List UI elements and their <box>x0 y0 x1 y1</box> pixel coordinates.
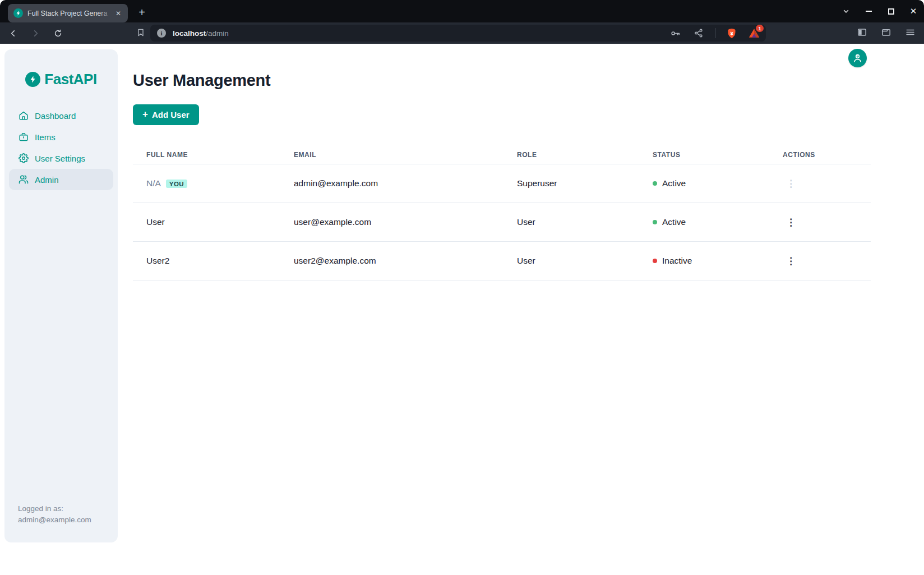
users-table: FULL NAME EMAIL ROLE STATUS ACTIONS N/A … <box>133 145 871 280</box>
reload-button[interactable] <box>50 26 65 40</box>
logged-in-label: Logged in as: <box>18 503 91 514</box>
col-header-full-name: FULL NAME <box>133 151 280 159</box>
logged-in-footer: Logged in as: admin@example.com <box>18 503 91 526</box>
window-minimize-button[interactable] <box>863 6 874 16</box>
cell-role: User <box>503 256 639 266</box>
cell-full-name: N/A YOU <box>133 178 280 188</box>
cell-actions: ⋮ <box>769 178 871 190</box>
you-badge: YOU <box>166 180 187 188</box>
gear-icon <box>19 153 29 163</box>
sidebar-item-label: Admin <box>35 175 59 185</box>
browser-titlebar: Full Stack Project Genera ✕ + ✕ <box>0 0 924 22</box>
site-info-icon[interactable]: i <box>157 29 166 38</box>
col-header-role: ROLE <box>503 151 639 159</box>
sidebar-item-user-settings[interactable]: User Settings <box>9 148 113 169</box>
cell-actions: ⋮ <box>769 217 871 228</box>
sidebar-item-items[interactable]: Items <box>9 126 113 148</box>
cell-status: Active <box>639 217 769 227</box>
url-text[interactable]: localhost/admin <box>173 29 668 38</box>
status-dot <box>653 181 657 186</box>
table-header-row: FULL NAME EMAIL ROLE STATUS ACTIONS <box>133 145 871 164</box>
sidebar-item-admin[interactable]: Admin <box>9 169 113 190</box>
brave-shield-icon[interactable] <box>724 26 739 40</box>
main-content: User Management + Add User FULL NAME EMA… <box>133 44 871 280</box>
tab-search-chevron-icon[interactable] <box>841 6 851 16</box>
tab-title: Full Stack Project Genera <box>27 10 113 17</box>
fastapi-favicon-icon <box>13 8 23 18</box>
new-tab-button[interactable]: + <box>135 5 149 20</box>
tab-title-fade <box>99 10 113 17</box>
status-dot <box>653 259 657 263</box>
add-user-label: Add User <box>152 110 190 119</box>
fastapi-bolt-icon <box>25 72 40 87</box>
sidebar: FastAPI Dashboard Items User Settings <box>4 49 118 542</box>
row-actions-menu-icon: ⋮ <box>783 178 799 190</box>
cell-email: user2@example.com <box>280 256 503 266</box>
sidebar-item-label: Dashboard <box>35 111 76 121</box>
table-row: N/A YOU admin@example.com Superuser Acti… <box>133 164 871 203</box>
back-button[interactable] <box>6 26 20 40</box>
cell-role: User <box>503 217 639 227</box>
table-row: User user@example.com User Active ⋮ <box>133 203 871 242</box>
forward-button[interactable] <box>28 26 43 40</box>
bookmark-icon[interactable] <box>133 25 148 40</box>
cell-full-name: User <box>133 217 280 227</box>
share-icon[interactable] <box>691 26 706 40</box>
address-bar[interactable]: i localhost/admin 1 <box>150 25 766 42</box>
cell-email: user@example.com <box>280 217 503 227</box>
logo-text: FastAPI <box>44 71 96 88</box>
col-header-status: STATUS <box>639 151 769 159</box>
briefcase-icon <box>19 132 29 142</box>
users-icon <box>19 174 29 185</box>
divider <box>715 28 715 38</box>
tab-close-icon[interactable]: ✕ <box>113 8 123 19</box>
browser-tab[interactable]: Full Stack Project Genera ✕ <box>8 4 128 22</box>
table-row: User2 user2@example.com User Inactive ⋮ <box>133 242 871 280</box>
page-title: User Management <box>133 71 871 90</box>
home-icon <box>19 111 29 121</box>
cell-full-name: User2 <box>133 256 280 266</box>
sidebar-nav: Dashboard Items User Settings Admin <box>4 105 118 190</box>
brave-rewards-icon[interactable]: 1 <box>748 27 760 39</box>
rewards-badge: 1 <box>756 25 764 32</box>
sidebar-toggle-icon[interactable] <box>854 25 869 39</box>
fastapi-logo: FastAPI <box>4 71 118 88</box>
key-icon[interactable] <box>668 26 682 40</box>
window-maximize-button[interactable] <box>886 6 896 16</box>
logged-in-email: admin@example.com <box>18 514 91 526</box>
plus-icon: + <box>142 109 148 120</box>
row-actions-menu-icon[interactable]: ⋮ <box>783 217 799 228</box>
col-header-actions: ACTIONS <box>769 151 871 159</box>
col-header-email: EMAIL <box>280 151 503 159</box>
cell-role: Superuser <box>503 178 639 188</box>
app-content: FastAPI Dashboard Items User Settings <box>0 44 924 575</box>
row-actions-menu-icon[interactable]: ⋮ <box>783 255 799 267</box>
cell-email: admin@example.com <box>280 178 503 188</box>
cell-actions: ⋮ <box>769 255 871 267</box>
wallet-icon[interactable] <box>879 25 893 39</box>
sidebar-item-label: Items <box>35 132 56 142</box>
sidebar-item-label: User Settings <box>35 154 85 163</box>
cell-status: Active <box>639 178 769 188</box>
menu-hamburger-icon[interactable] <box>903 25 917 39</box>
cell-status: Inactive <box>639 256 769 266</box>
add-user-button[interactable]: + Add User <box>133 104 199 125</box>
sidebar-item-dashboard[interactable]: Dashboard <box>9 105 113 126</box>
window-close-button[interactable]: ✕ <box>908 6 918 16</box>
status-dot <box>653 220 657 224</box>
